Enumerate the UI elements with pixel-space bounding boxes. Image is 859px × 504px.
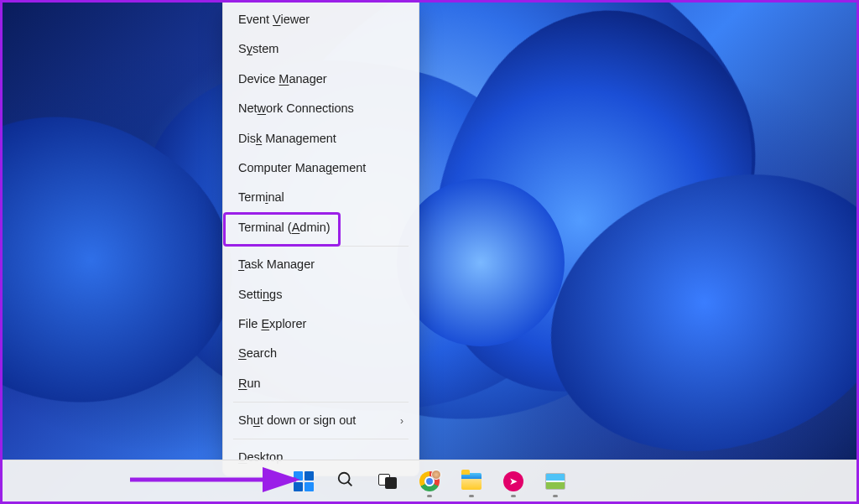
windows-logo-icon bbox=[294, 471, 314, 491]
app-icon bbox=[503, 471, 523, 491]
menu-item-settings[interactable]: Settings bbox=[226, 280, 415, 309]
folder-icon bbox=[461, 473, 482, 490]
menu-item-label: Shut down or sign out bbox=[238, 413, 356, 428]
menu-item-label: Network Connections bbox=[238, 101, 354, 116]
svg-point-0 bbox=[339, 472, 350, 483]
winx-context-menu: Event ViewerSystemDevice ManagerNetwork … bbox=[222, 3, 419, 476]
chevron-right-icon: › bbox=[400, 415, 403, 427]
menu-item-system[interactable]: System bbox=[226, 34, 415, 64]
running-indicator bbox=[553, 495, 558, 497]
menu-item-shut-down[interactable]: Shut down or sign out› bbox=[226, 406, 415, 435]
menu-separator bbox=[233, 402, 409, 403]
taskbar bbox=[3, 460, 856, 501]
menu-item-label: File Explorer bbox=[238, 317, 306, 331]
menu-item-task-manager[interactable]: Task Manager bbox=[226, 250, 415, 279]
chrome-app[interactable] bbox=[412, 464, 447, 499]
chrome-icon bbox=[419, 471, 440, 491]
file-explorer-app[interactable] bbox=[454, 464, 489, 499]
menu-item-terminal-admin[interactable]: Terminal (Admin) bbox=[226, 213, 415, 242]
start-button[interactable] bbox=[286, 464, 321, 499]
menu-item-search[interactable]: Search bbox=[226, 339, 415, 368]
search-button[interactable] bbox=[328, 464, 363, 499]
pinned-app-1[interactable] bbox=[496, 464, 531, 499]
menu-item-label: Search bbox=[238, 346, 277, 361]
menu-item-computer-management[interactable]: Computer Management bbox=[226, 153, 415, 183]
menu-item-label: Terminal bbox=[238, 190, 284, 205]
task-view-icon bbox=[378, 474, 397, 489]
menu-item-label: Terminal (Admin) bbox=[238, 221, 331, 235]
menu-item-network-connections[interactable]: Network Connections bbox=[226, 94, 415, 123]
menu-item-label: Run bbox=[238, 377, 261, 391]
menu-item-label: Settings bbox=[238, 288, 282, 302]
task-view-button[interactable] bbox=[370, 464, 405, 499]
menu-item-label: Computer Management bbox=[238, 161, 366, 175]
running-indicator bbox=[427, 495, 432, 497]
running-indicator bbox=[511, 495, 516, 497]
menu-item-run[interactable]: Run bbox=[226, 369, 415, 398]
desktop-wallpaper bbox=[3, 3, 856, 501]
menu-item-label: Task Manager bbox=[238, 257, 315, 272]
app-icon bbox=[545, 473, 565, 490]
menu-item-terminal[interactable]: Terminal bbox=[226, 183, 415, 212]
running-indicator bbox=[469, 495, 474, 497]
svg-line-1 bbox=[348, 481, 352, 486]
menu-item-label: Disk Management bbox=[238, 132, 336, 146]
menu-item-disk-management[interactable]: Disk Management bbox=[226, 124, 415, 153]
menu-item-label: Event Viewer bbox=[238, 13, 310, 27]
pinned-app-2[interactable] bbox=[538, 464, 573, 499]
menu-item-event-viewer[interactable]: Event Viewer bbox=[226, 5, 415, 34]
menu-separator bbox=[233, 439, 409, 439]
menu-item-device-manager[interactable]: Device Manager bbox=[226, 65, 415, 94]
menu-item-label: Device Manager bbox=[238, 72, 327, 86]
menu-separator bbox=[233, 246, 409, 247]
menu-item-file-explorer[interactable]: File Explorer bbox=[226, 309, 415, 339]
search-icon bbox=[336, 470, 355, 492]
menu-item-label: System bbox=[238, 42, 279, 56]
